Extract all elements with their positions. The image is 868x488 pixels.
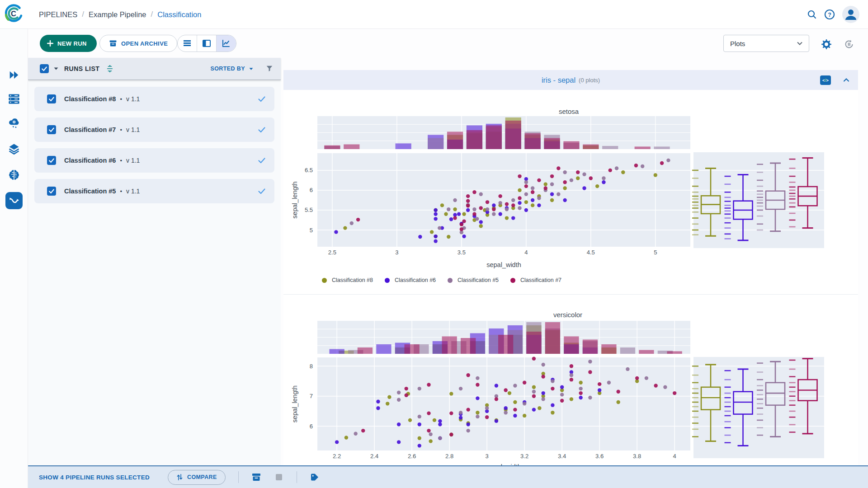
- check-icon: [48, 96, 55, 102]
- pipelines-icon: [8, 195, 20, 206]
- legend-color-dot: [448, 278, 453, 283]
- legend-label: Classification #8: [332, 277, 373, 283]
- breadcrumb: PIPELINES / Example Pipeline / Classific…: [39, 0, 201, 29]
- run-bullet: •: [120, 157, 122, 164]
- breadcrumb-pipelines[interactable]: PIPELINES: [39, 10, 77, 19]
- selection-bottom-bar: SHOW 4 PIPELINE RUNS SELECTED COMPARE: [28, 465, 868, 488]
- legend-label: Classification #6: [395, 277, 436, 283]
- customize-columns-icon[interactable]: [106, 65, 114, 73]
- split-view-icon: [202, 39, 211, 48]
- divider: [297, 471, 297, 483]
- run-version: v 1.1: [126, 126, 140, 133]
- legend-label: Classification #7: [520, 277, 561, 283]
- legend-color-dot: [385, 278, 390, 283]
- settings-gear-icon[interactable]: [821, 39, 832, 50]
- split-view-toggle[interactable]: [197, 35, 217, 52]
- plus-icon: [47, 40, 53, 47]
- open-archive-button[interactable]: OPEN ARCHIVE: [99, 35, 177, 52]
- selection-count-label: SHOW 4 PIPELINE RUNS SELECTED: [39, 474, 150, 481]
- plots-type-dropdown[interactable]: Plots: [723, 35, 809, 52]
- breadcrumb-separator: /: [151, 10, 153, 19]
- run-bullet: •: [120, 188, 122, 195]
- select-all-checkbox[interactable]: [40, 64, 49, 73]
- divider: [238, 471, 239, 483]
- run-checkbox[interactable]: [47, 94, 56, 103]
- plots-view-toggle[interactable]: [217, 35, 236, 52]
- auto-refresh-icon[interactable]: [844, 39, 854, 50]
- run-checkbox[interactable]: [47, 125, 56, 134]
- plot-group-header: iris - sepal (0 plots) </>: [283, 70, 858, 90]
- runs-list-header: RUNS LIST SORTED BY: [28, 58, 281, 80]
- projects-chevrons-icon[interactable]: [8, 69, 20, 81]
- archive-icon: [109, 39, 117, 47]
- plot-group-title: iris - sepal: [542, 76, 576, 84]
- plot-legend: Classification #8 Classification #6 Clas…: [322, 277, 561, 283]
- workers-cloud-icon[interactable]: [8, 116, 20, 129]
- run-row[interactable]: Classification #8 • v 1.1: [34, 87, 274, 111]
- breadcrumb-separator: /: [82, 10, 84, 19]
- sorted-by-caret-icon: [249, 67, 254, 70]
- run-bullet: •: [120, 127, 122, 133]
- table-view-toggle[interactable]: [178, 35, 197, 52]
- plots-view-icon: [222, 39, 231, 48]
- new-run-button[interactable]: NEW RUN: [40, 35, 97, 52]
- run-selected-check-icon: [257, 125, 266, 134]
- legend-item[interactable]: Classification #5: [448, 277, 499, 283]
- top-app-bar: C PIPELINES / Example Pipeline / Classif…: [0, 0, 868, 29]
- help-icon[interactable]: ?: [824, 9, 835, 20]
- pipelines-nav-selected[interactable]: [5, 192, 23, 209]
- abort-disabled-icon: [274, 472, 284, 482]
- compare-icon: [176, 474, 183, 481]
- actions-toolbar: NEW RUN OPEN ARCHIVE Plots: [28, 29, 868, 58]
- legend-item[interactable]: Classification #6: [385, 277, 436, 283]
- view-mode-toggle: [177, 35, 236, 52]
- user-avatar[interactable]: [842, 5, 860, 23]
- check-icon: [48, 188, 55, 194]
- run-row[interactable]: Classification #5 • v 1.1: [34, 179, 274, 203]
- collapse-chevron-icon[interactable]: [842, 75, 851, 84]
- legend-color-dot: [510, 278, 515, 283]
- clearml-logo[interactable]: C: [3, 3, 24, 24]
- plot-group-count: (0 plots): [579, 77, 600, 84]
- run-version: v 1.1: [126, 95, 140, 103]
- runs-list-panel: RUNS LIST SORTED BY Classification #8 • …: [28, 58, 281, 466]
- models-brain-icon[interactable]: [8, 169, 20, 181]
- select-all-caret-icon[interactable]: [53, 67, 59, 70]
- run-name: Classification #8: [64, 95, 116, 103]
- check-icon: [48, 157, 55, 164]
- queues-icon[interactable]: [8, 93, 20, 105]
- run-row[interactable]: Classification #7 • v 1.1: [34, 117, 274, 142]
- run-selected-check-icon: [257, 94, 266, 103]
- table-view-icon: [183, 39, 192, 48]
- sorted-by-control[interactable]: SORTED BY: [210, 66, 254, 72]
- svg-text:C: C: [11, 9, 16, 18]
- compare-button[interactable]: COMPARE: [168, 470, 226, 485]
- breadcrumb-current[interactable]: Classification: [157, 10, 201, 19]
- datasets-layers-icon[interactable]: [8, 142, 20, 155]
- run-checkbox[interactable]: [47, 187, 56, 196]
- legend-label: Classification #5: [458, 277, 499, 283]
- run-checkbox[interactable]: [47, 156, 56, 165]
- embed-code-icon[interactable]: </>: [820, 75, 831, 85]
- search-icon[interactable]: [807, 9, 817, 20]
- plot-block-divider: [283, 294, 858, 295]
- breadcrumb-project[interactable]: Example Pipeline: [89, 10, 146, 19]
- legend-item[interactable]: Classification #8: [322, 277, 373, 283]
- run-name: Classification #5: [64, 188, 116, 195]
- run-version: v 1.1: [126, 157, 140, 164]
- run-row[interactable]: Classification #6 • v 1.1: [34, 148, 274, 173]
- app-root: setosa2.533.544.5555.566.5sepal_widthsep…: [0, 0, 868, 488]
- run-selected-check-icon: [257, 187, 266, 196]
- svg-text:?: ?: [828, 12, 831, 18]
- legend-color-dot: [322, 278, 327, 283]
- run-name: Classification #6: [64, 157, 116, 164]
- chevron-down-icon: [797, 42, 802, 45]
- runs-list-title: RUNS LIST: [64, 65, 99, 72]
- legend-item[interactable]: Classification #7: [510, 277, 561, 283]
- add-tag-icon[interactable]: [310, 472, 320, 482]
- run-bullet: •: [120, 96, 122, 103]
- filter-funnel-icon[interactable]: [265, 65, 274, 73]
- runs-list: Classification #8 • v 1.1 Classification…: [28, 80, 281, 466]
- archive-selected-icon[interactable]: [251, 472, 261, 482]
- run-version: v 1.1: [126, 188, 140, 195]
